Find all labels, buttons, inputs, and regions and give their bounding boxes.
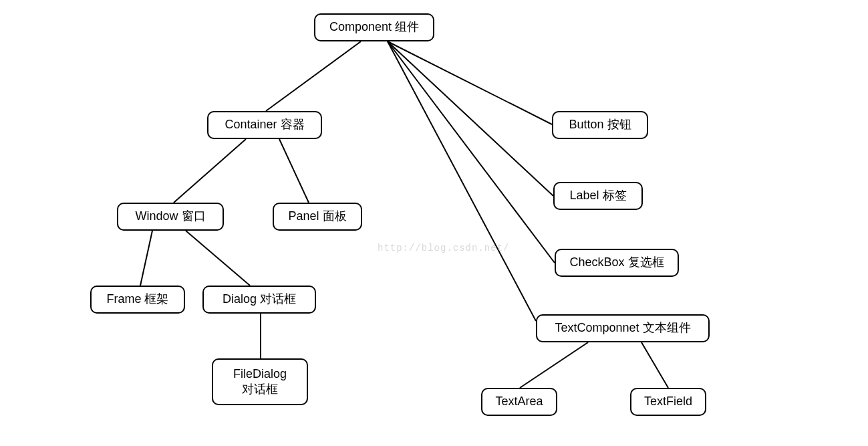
watermark-text: http://blog.csdn.net/ [378,243,509,253]
node-button-label: Button 按钮 [569,117,631,132]
node-component-label: Component 组件 [329,19,419,35]
node-textarea-label: TextArea [495,394,543,409]
node-container: Container 容器 [207,111,322,139]
node-textfield-label: TextField [644,394,692,409]
svg-line-2 [279,139,309,203]
svg-line-10 [520,342,588,388]
node-label-label: Label 标签 [569,188,626,203]
watermark-label: http://blog.csdn.net/ [378,243,509,253]
svg-line-6 [388,41,552,124]
node-filedialog-label: FileDialog 对话框 [233,366,287,398]
node-checkbox: CheckBox 复选框 [555,249,679,277]
node-button: Button 按钮 [552,111,648,139]
node-panel-label: Panel 面板 [288,209,346,224]
node-label: Label 标签 [553,182,643,210]
node-window: Window 窗口 [117,203,224,231]
node-checkbox-label: CheckBox 复选框 [569,255,664,270]
node-textfield: TextField [630,388,706,416]
svg-line-1 [174,139,246,203]
svg-line-8 [388,41,555,263]
node-filedialog: FileDialog 对话框 [212,358,308,405]
svg-line-11 [641,342,668,388]
node-textcomponent: TextComponnet 文本组件 [536,314,710,342]
node-textcomponent-label: TextComponnet 文本组件 [555,320,690,336]
node-textarea: TextArea [481,388,557,416]
svg-line-9 [388,41,536,321]
node-panel: Panel 面板 [273,203,362,231]
svg-line-3 [140,231,152,286]
node-dialog-label: Dialog 对话框 [223,292,296,307]
svg-line-7 [388,41,553,196]
node-container-label: Container 容器 [225,117,304,132]
node-component: Component 组件 [314,13,434,41]
svg-line-0 [266,41,361,111]
svg-line-4 [186,231,250,286]
node-frame: Frame 框架 [90,286,185,314]
node-frame-label: Frame 框架 [106,292,168,307]
node-window-label: Window 窗口 [135,209,205,224]
node-dialog: Dialog 对话框 [202,286,316,314]
